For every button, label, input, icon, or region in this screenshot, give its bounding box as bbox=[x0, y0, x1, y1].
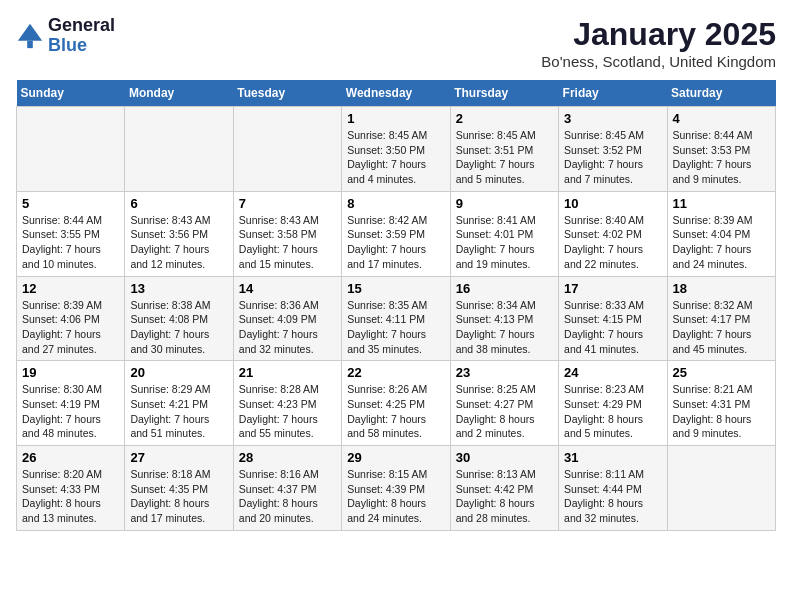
calendar-cell: 15 Sunrise: 8:35 AMSunset: 4:11 PMDaylig… bbox=[342, 276, 450, 361]
calendar-cell: 9 Sunrise: 8:41 AMSunset: 4:01 PMDayligh… bbox=[450, 191, 558, 276]
month-title: January 2025 bbox=[541, 16, 776, 53]
weekday-header-thursday: Thursday bbox=[450, 80, 558, 107]
weekday-header-saturday: Saturday bbox=[667, 80, 775, 107]
cell-info: Sunrise: 8:16 AMSunset: 4:37 PMDaylight:… bbox=[239, 467, 336, 526]
calendar-cell: 21 Sunrise: 8:28 AMSunset: 4:23 PMDaylig… bbox=[233, 361, 341, 446]
cell-info: Sunrise: 8:11 AMSunset: 4:44 PMDaylight:… bbox=[564, 467, 661, 526]
day-number: 31 bbox=[564, 450, 661, 465]
calendar-cell: 22 Sunrise: 8:26 AMSunset: 4:25 PMDaylig… bbox=[342, 361, 450, 446]
day-number: 29 bbox=[347, 450, 444, 465]
calendar-cell bbox=[17, 107, 125, 192]
calendar-cell: 13 Sunrise: 8:38 AMSunset: 4:08 PMDaylig… bbox=[125, 276, 233, 361]
cell-info: Sunrise: 8:28 AMSunset: 4:23 PMDaylight:… bbox=[239, 382, 336, 441]
calendar-cell: 8 Sunrise: 8:42 AMSunset: 3:59 PMDayligh… bbox=[342, 191, 450, 276]
logo-general-text: General bbox=[48, 16, 115, 36]
location-text: Bo'ness, Scotland, United Kingdom bbox=[541, 53, 776, 70]
day-number: 13 bbox=[130, 281, 227, 296]
day-number: 9 bbox=[456, 196, 553, 211]
calendar-cell: 25 Sunrise: 8:21 AMSunset: 4:31 PMDaylig… bbox=[667, 361, 775, 446]
cell-info: Sunrise: 8:32 AMSunset: 4:17 PMDaylight:… bbox=[673, 298, 770, 357]
calendar-cell bbox=[233, 107, 341, 192]
calendar-cell: 1 Sunrise: 8:45 AMSunset: 3:50 PMDayligh… bbox=[342, 107, 450, 192]
cell-info: Sunrise: 8:43 AMSunset: 3:56 PMDaylight:… bbox=[130, 213, 227, 272]
cell-info: Sunrise: 8:29 AMSunset: 4:21 PMDaylight:… bbox=[130, 382, 227, 441]
day-number: 10 bbox=[564, 196, 661, 211]
day-number: 5 bbox=[22, 196, 119, 211]
day-number: 11 bbox=[673, 196, 770, 211]
calendar-cell: 18 Sunrise: 8:32 AMSunset: 4:17 PMDaylig… bbox=[667, 276, 775, 361]
cell-info: Sunrise: 8:41 AMSunset: 4:01 PMDaylight:… bbox=[456, 213, 553, 272]
calendar-cell: 30 Sunrise: 8:13 AMSunset: 4:42 PMDaylig… bbox=[450, 446, 558, 531]
day-number: 12 bbox=[22, 281, 119, 296]
logo-blue-text: Blue bbox=[48, 36, 115, 56]
cell-info: Sunrise: 8:45 AMSunset: 3:52 PMDaylight:… bbox=[564, 128, 661, 187]
day-number: 30 bbox=[456, 450, 553, 465]
day-number: 15 bbox=[347, 281, 444, 296]
cell-info: Sunrise: 8:44 AMSunset: 3:53 PMDaylight:… bbox=[673, 128, 770, 187]
calendar-cell: 17 Sunrise: 8:33 AMSunset: 4:15 PMDaylig… bbox=[559, 276, 667, 361]
logo-text: General Blue bbox=[48, 16, 115, 56]
cell-info: Sunrise: 8:40 AMSunset: 4:02 PMDaylight:… bbox=[564, 213, 661, 272]
calendar-week-row: 19 Sunrise: 8:30 AMSunset: 4:19 PMDaylig… bbox=[17, 361, 776, 446]
calendar-cell: 14 Sunrise: 8:36 AMSunset: 4:09 PMDaylig… bbox=[233, 276, 341, 361]
day-number: 21 bbox=[239, 365, 336, 380]
day-number: 23 bbox=[456, 365, 553, 380]
calendar-cell: 16 Sunrise: 8:34 AMSunset: 4:13 PMDaylig… bbox=[450, 276, 558, 361]
title-section: January 2025 Bo'ness, Scotland, United K… bbox=[541, 16, 776, 70]
day-number: 19 bbox=[22, 365, 119, 380]
calendar-week-row: 12 Sunrise: 8:39 AMSunset: 4:06 PMDaylig… bbox=[17, 276, 776, 361]
calendar-cell: 4 Sunrise: 8:44 AMSunset: 3:53 PMDayligh… bbox=[667, 107, 775, 192]
day-number: 1 bbox=[347, 111, 444, 126]
calendar-cell: 29 Sunrise: 8:15 AMSunset: 4:39 PMDaylig… bbox=[342, 446, 450, 531]
logo: General Blue bbox=[16, 16, 115, 56]
calendar-cell: 28 Sunrise: 8:16 AMSunset: 4:37 PMDaylig… bbox=[233, 446, 341, 531]
weekday-header-monday: Monday bbox=[125, 80, 233, 107]
calendar-week-row: 1 Sunrise: 8:45 AMSunset: 3:50 PMDayligh… bbox=[17, 107, 776, 192]
day-number: 2 bbox=[456, 111, 553, 126]
calendar-cell: 10 Sunrise: 8:40 AMSunset: 4:02 PMDaylig… bbox=[559, 191, 667, 276]
day-number: 18 bbox=[673, 281, 770, 296]
calendar-week-row: 26 Sunrise: 8:20 AMSunset: 4:33 PMDaylig… bbox=[17, 446, 776, 531]
calendar-cell: 7 Sunrise: 8:43 AMSunset: 3:58 PMDayligh… bbox=[233, 191, 341, 276]
svg-rect-1 bbox=[27, 40, 33, 47]
cell-info: Sunrise: 8:36 AMSunset: 4:09 PMDaylight:… bbox=[239, 298, 336, 357]
cell-info: Sunrise: 8:39 AMSunset: 4:04 PMDaylight:… bbox=[673, 213, 770, 272]
calendar-cell: 6 Sunrise: 8:43 AMSunset: 3:56 PMDayligh… bbox=[125, 191, 233, 276]
page-header: General Blue January 2025 Bo'ness, Scotl… bbox=[16, 16, 776, 70]
cell-info: Sunrise: 8:34 AMSunset: 4:13 PMDaylight:… bbox=[456, 298, 553, 357]
cell-info: Sunrise: 8:42 AMSunset: 3:59 PMDaylight:… bbox=[347, 213, 444, 272]
weekday-header-sunday: Sunday bbox=[17, 80, 125, 107]
day-number: 28 bbox=[239, 450, 336, 465]
calendar-cell: 23 Sunrise: 8:25 AMSunset: 4:27 PMDaylig… bbox=[450, 361, 558, 446]
calendar-cell: 12 Sunrise: 8:39 AMSunset: 4:06 PMDaylig… bbox=[17, 276, 125, 361]
cell-info: Sunrise: 8:39 AMSunset: 4:06 PMDaylight:… bbox=[22, 298, 119, 357]
cell-info: Sunrise: 8:44 AMSunset: 3:55 PMDaylight:… bbox=[22, 213, 119, 272]
calendar-cell: 24 Sunrise: 8:23 AMSunset: 4:29 PMDaylig… bbox=[559, 361, 667, 446]
day-number: 6 bbox=[130, 196, 227, 211]
day-number: 16 bbox=[456, 281, 553, 296]
day-number: 14 bbox=[239, 281, 336, 296]
cell-info: Sunrise: 8:35 AMSunset: 4:11 PMDaylight:… bbox=[347, 298, 444, 357]
day-number: 7 bbox=[239, 196, 336, 211]
calendar-cell: 27 Sunrise: 8:18 AMSunset: 4:35 PMDaylig… bbox=[125, 446, 233, 531]
calendar-table: SundayMondayTuesdayWednesdayThursdayFrid… bbox=[16, 80, 776, 531]
weekday-header-wednesday: Wednesday bbox=[342, 80, 450, 107]
cell-info: Sunrise: 8:23 AMSunset: 4:29 PMDaylight:… bbox=[564, 382, 661, 441]
cell-info: Sunrise: 8:15 AMSunset: 4:39 PMDaylight:… bbox=[347, 467, 444, 526]
calendar-week-row: 5 Sunrise: 8:44 AMSunset: 3:55 PMDayligh… bbox=[17, 191, 776, 276]
cell-info: Sunrise: 8:13 AMSunset: 4:42 PMDaylight:… bbox=[456, 467, 553, 526]
day-number: 4 bbox=[673, 111, 770, 126]
cell-info: Sunrise: 8:20 AMSunset: 4:33 PMDaylight:… bbox=[22, 467, 119, 526]
day-number: 25 bbox=[673, 365, 770, 380]
cell-info: Sunrise: 8:45 AMSunset: 3:51 PMDaylight:… bbox=[456, 128, 553, 187]
calendar-cell bbox=[125, 107, 233, 192]
cell-info: Sunrise: 8:43 AMSunset: 3:58 PMDaylight:… bbox=[239, 213, 336, 272]
day-number: 24 bbox=[564, 365, 661, 380]
day-number: 8 bbox=[347, 196, 444, 211]
logo-icon bbox=[16, 22, 44, 50]
day-number: 17 bbox=[564, 281, 661, 296]
day-number: 26 bbox=[22, 450, 119, 465]
calendar-cell bbox=[667, 446, 775, 531]
calendar-cell: 5 Sunrise: 8:44 AMSunset: 3:55 PMDayligh… bbox=[17, 191, 125, 276]
weekday-header-tuesday: Tuesday bbox=[233, 80, 341, 107]
